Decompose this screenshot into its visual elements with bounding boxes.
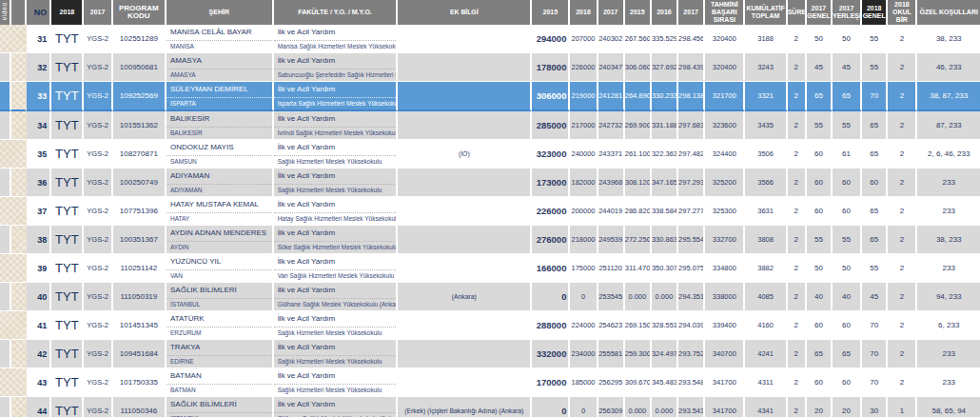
col-header-s2017[interactable]: 2017 — [678, 0, 705, 25]
col-header-g2018[interactable]: 2018 GENEL — [862, 0, 888, 25]
cell-score-2015a: 306000 — [532, 82, 570, 111]
cell-faculty-secondary: Manisa Sağlık Hizmetleri Meslek Yüksekok… — [274, 41, 397, 52]
cell-sure: 2 — [788, 82, 807, 111]
program-row-34[interactable]: 34TYTYGS-2101551362BALIKESİRBALIKESİRİlk… — [0, 111, 980, 140]
cell-sure: 2 — [788, 226, 807, 254]
program-row-36[interactable]: 36TYTYGS-2100250749ADIYAMANADIYAMANİlk v… — [0, 169, 980, 197]
cell-score-2016a: 234000 — [570, 340, 598, 368]
cell-faculty-primary: İlk ve Acil Yardım — [274, 397, 397, 413]
cell-score-2016b: 335.529 — [652, 25, 678, 53]
cell-university-city: SAĞLIK BİLİMLERİİSTANBUL — [167, 397, 274, 417]
program-row-38[interactable]: 38TYTYGS-2100351367AYDIN ADNAN MENDERESA… — [0, 226, 980, 254]
col-header-sure[interactable]: SÜRE — [788, 0, 807, 25]
cell-spacer — [11, 311, 27, 340]
cell-program-code: 101551362 — [113, 111, 167, 140]
program-row-32[interactable]: 32TYTYGS-2100950681AMASYAAMASYAİlk ve Ac… — [0, 53, 980, 82]
cell-ozel-kosullar: 38, 87, 233 — [917, 82, 980, 111]
col-header-okul2018[interactable]: 2018 OKUL BİR — [888, 0, 917, 25]
cell-score-2017b: 298.439 — [678, 53, 705, 82]
col-header-fakulte[interactable]: FAKÜLTE / Y.O. / M.Y.O. — [274, 0, 399, 25]
cell-score-2017a: 240347 — [598, 53, 625, 82]
cell-program-code: 101750335 — [113, 368, 167, 397]
cell-score-2015b: 269.900 — [625, 111, 652, 140]
cell-score-2016a: 219000 — [570, 82, 598, 111]
cell-faculty-secondary: Söke Sağlık Hizmetleri Meslek Yüksekokul… — [274, 242, 397, 253]
cell-program-code: 110251142 — [113, 254, 167, 283]
program-row-37[interactable]: 37TYTYGS-2107751396HATAY MUSTAFA KEMALHA… — [0, 197, 980, 226]
cell-exam-2017: YGS-2 — [84, 197, 112, 226]
cell-row-number: 36 — [27, 169, 51, 197]
cell-exam-2018: TYT — [51, 283, 84, 311]
program-row-31[interactable]: 31TYTYGS-2102551289MANİSA CELÂL BAYARMAN… — [0, 25, 980, 53]
col-header-y2017[interactable]: 2017 — [84, 0, 112, 25]
col-header-no[interactable]: NO — [27, 0, 51, 25]
cell-2018-genel: 65 — [862, 226, 888, 254]
cell-2018-okul-bir: 2 — [888, 254, 917, 283]
cell-faculty-primary: İlk ve Acil Yardım — [274, 25, 397, 41]
cell-2018-genel: 70 — [862, 311, 888, 340]
cell-score-2016a: 175000 — [570, 254, 598, 283]
cell-sure: 2 — [788, 283, 807, 311]
col-header-kodu[interactable]: PROGRAM KODU — [113, 0, 167, 25]
cell-faculty: İlk ve Acil YardımManisa Sağlık Hizmetle… — [274, 25, 399, 53]
cell-2018-genel: 30 — [862, 397, 888, 417]
program-row-42[interactable]: 42TYTYGS-2109451684TRAKYAEDİRNEİlk ve Ac… — [0, 340, 980, 368]
cell-faculty: İlk ve Acil YardımSöke Sağlık Hizmetleri… — [274, 226, 399, 254]
cell-ozel-kosullar: 94, 233 — [917, 283, 980, 311]
cell-score-2015b: 308.120 — [625, 169, 652, 197]
cell-tahmini-basari-sirasi: 341700 — [705, 397, 745, 417]
cell-ek-bilgi — [398, 368, 532, 397]
col-header-kumulatif[interactable]: KUMÜLATİF TOPLAM — [745, 0, 787, 25]
cell-university-city: BATMANBATMAN — [167, 368, 274, 397]
cell-video — [0, 140, 11, 169]
cell-university-city-secondary: ADIYAMAN — [167, 185, 272, 196]
col-header-ek[interactable]: EK BİLGİ — [398, 0, 532, 25]
col-header-sehir[interactable]: ŞEHİR — [167, 0, 274, 25]
cell-score-2016a: 200000 — [570, 197, 598, 226]
cell-faculty-primary: İlk ve Acil Yardım — [274, 311, 397, 328]
col-header-tahmini[interactable]: TAHMİNİ BAŞARI SIRASI — [705, 0, 745, 25]
cell-university-city: ONDOKUZ MAYISSAMSUN — [167, 140, 274, 169]
cell-sure: 2 — [788, 311, 807, 340]
cell-kumulatif-toplam: 4241 — [745, 340, 787, 368]
col-header-p2016[interactable]: 2016 — [570, 0, 598, 25]
cell-ek-bilgi — [398, 340, 532, 368]
cell-score-2016b: 331.188 — [652, 111, 678, 140]
cell-program-code: 101451345 — [113, 311, 167, 340]
program-row-39[interactable]: 39TYTYGS-2110251142YÜZÜNCÜ YILVANİlk ve … — [0, 254, 980, 283]
cell-2018-okul-bir: 2 — [888, 226, 917, 254]
col-header-g2017[interactable]: 2017 GENEL — [807, 0, 833, 25]
program-row-44[interactable]: 44TYTYGS-2111050346SAĞLIK BİLİMLERİİSTAN… — [0, 397, 980, 417]
col-header-p2015[interactable]: 2015 — [532, 0, 570, 25]
cell-tahmini-basari-sirasi: 320400 — [705, 53, 745, 82]
cell-tahmini-basari-sirasi: 321700 — [705, 82, 745, 111]
table-body: 31TYTYGS-2102551289MANİSA CELÂL BAYARMAN… — [0, 25, 980, 417]
cell-score-2015a: 170000 — [532, 368, 570, 397]
cell-sure: 2 — [788, 25, 807, 53]
program-row-33[interactable]: 33TYTYGS-2109252569SÜLEYMAN DEMİRELISPAR… — [0, 82, 980, 111]
program-row-40[interactable]: 40TYTYGS-2111050319SAĞLIK BİLİMLERİİSTAN… — [0, 283, 980, 311]
col-header-s2016[interactable]: 2016 — [652, 0, 678, 25]
cell-score-2017b: 297.683 — [678, 111, 705, 140]
col-header-p2017[interactable]: 2017 — [598, 0, 625, 25]
col-header-s2015[interactable]: 2015 — [625, 0, 652, 25]
cell-tahmini-basari-sirasi: 320400 — [705, 25, 745, 53]
cell-tahmini-basari-sirasi: 341700 — [705, 368, 745, 397]
cell-tahmini-basari-sirasi: 325200 — [705, 169, 745, 197]
col-header-y2018[interactable]: 2018 — [51, 0, 84, 25]
cell-2017-genel: 55 — [807, 226, 833, 254]
col-header-ozel[interactable]: ÖZEL KOŞULLARI — [917, 0, 980, 25]
cell-score-2016a: 218000 — [570, 226, 598, 254]
cell-2017-yerlesen: 55 — [833, 111, 862, 140]
cell-ozel-kosullar: 38, 233 — [917, 226, 980, 254]
program-row-41[interactable]: 41TYTYGS-2101451345ATATÜRKERZURUMİlk ve … — [0, 311, 980, 340]
cell-faculty-primary: İlk ve Acil Yardım — [274, 140, 397, 156]
cell-score-2016a: 182000 — [570, 169, 598, 197]
cell-faculty: İlk ve Acil Yardımİvrindi Sağlık Hizmetl… — [274, 111, 399, 140]
col-header-yer2017[interactable]: 2017 YERLEŞEN — [833, 0, 862, 25]
program-row-35[interactable]: 35TYTYGS-2108270871ONDOKUZ MAYISSAMSUNİl… — [0, 140, 980, 169]
cell-2018-okul-bir: 2 — [888, 283, 917, 311]
cell-university-city-secondary: AMASYA — [167, 70, 272, 81]
cell-university-city: HATAY MUSTAFA KEMALHATAY — [167, 197, 274, 226]
program-row-43[interactable]: 43TYTYGS-2101750335BATMANBATMANİlk ve Ac… — [0, 368, 980, 397]
